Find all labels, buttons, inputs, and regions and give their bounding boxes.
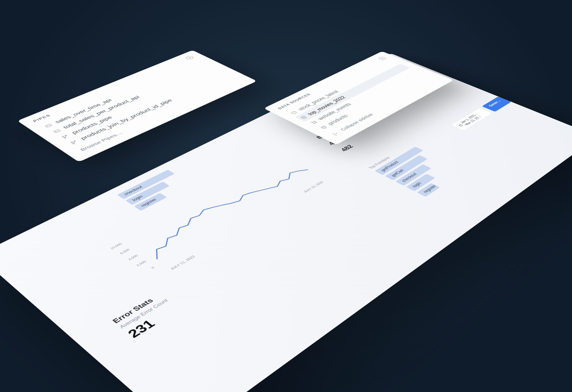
top-functions: Top Functions getProduct getCart checkou…: [368, 143, 468, 198]
cart-icon: [309, 120, 318, 125]
y-tick: 6,000: [117, 248, 131, 256]
branch-icon: [69, 140, 79, 145]
y-tick: 10,000: [109, 242, 123, 250]
y-tick: 0: [142, 266, 155, 274]
branch-icon: [60, 134, 70, 139]
svg-point-12: [316, 122, 317, 123]
database-icon: [299, 115, 308, 120]
stat-value: 482: [339, 144, 355, 152]
date-range-label: Jan 1, 2021 - Mar 13, 20…: [459, 110, 488, 126]
svg-point-9: [290, 111, 297, 114]
y-tick: 4,000: [125, 254, 139, 262]
toolbar-right: Jan 1, 2021 - Mar 13, 20… Gener…: [451, 97, 511, 131]
add-datasource-button[interactable]: [378, 56, 387, 61]
svg-point-11: [314, 123, 315, 124]
svg-rect-2: [53, 129, 60, 133]
terminal-icon: [43, 123, 53, 128]
y-tick: 2,000: [134, 260, 147, 268]
line-chart: [126, 151, 326, 265]
box-icon: [319, 125, 328, 130]
collapse-icon: |←: [331, 130, 342, 136]
date-range-picker[interactable]: Jan 1, 2021 - Mar 13, 20…: [451, 108, 493, 131]
error-stats: Error Stats Average Error Count 231: [110, 292, 183, 340]
terminal-icon: [52, 128, 62, 133]
calendar-icon: [458, 124, 465, 127]
add-pipe-button[interactable]: [185, 55, 195, 60]
bars-top: checkout login register: [117, 170, 194, 212]
generate-button[interactable]: Gener…: [482, 97, 511, 112]
gauge-icon: [289, 110, 298, 115]
svg-rect-1: [45, 124, 52, 127]
